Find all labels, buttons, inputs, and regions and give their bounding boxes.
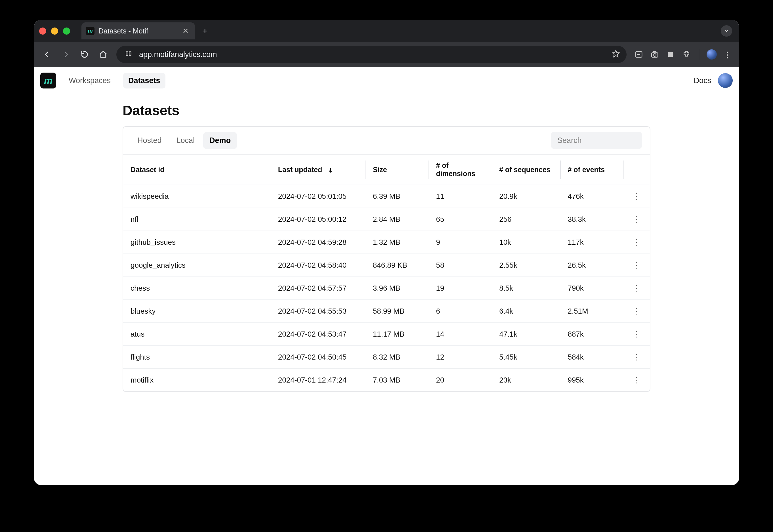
cell-id: flights bbox=[123, 346, 271, 369]
tabstrip-overflow-button[interactable] bbox=[721, 25, 732, 37]
cell-sequences: 2.55k bbox=[492, 254, 560, 277]
row-menu-button[interactable]: ⋮ bbox=[633, 307, 641, 315]
cell-dimensions: 6 bbox=[429, 300, 492, 323]
panel-toolbar: Hosted Local Demo bbox=[123, 127, 650, 154]
cell-events: 476k bbox=[560, 185, 624, 208]
table-row[interactable]: github_issues2024-07-02 04:59:281.32 MB9… bbox=[123, 231, 650, 254]
tab-local[interactable]: Local bbox=[170, 132, 201, 149]
tab-demo[interactable]: Demo bbox=[203, 132, 237, 149]
search-input[interactable] bbox=[551, 132, 642, 149]
cell-size: 846.89 KB bbox=[365, 254, 429, 277]
col-header-actions bbox=[624, 154, 650, 185]
tab-hosted[interactable]: Hosted bbox=[131, 132, 168, 149]
col-header-size[interactable]: Size bbox=[365, 154, 429, 185]
cell-id: wikispeedia bbox=[123, 185, 271, 208]
cell-id: github_issues bbox=[123, 231, 271, 254]
nav-forward-button[interactable] bbox=[60, 49, 71, 60]
cell-size: 2.84 MB bbox=[365, 208, 429, 231]
svg-point-5 bbox=[653, 54, 656, 56]
browser-tab[interactable]: m Datasets - Motif ✕ bbox=[81, 22, 195, 39]
cell-size: 7.03 MB bbox=[365, 369, 429, 391]
cell-size: 1.32 MB bbox=[365, 231, 429, 254]
table-row[interactable]: motiflix2024-07-01 12:47:247.03 MB2023k9… bbox=[123, 369, 650, 391]
extensions-icon[interactable] bbox=[682, 50, 691, 59]
table-row[interactable]: chess2024-07-02 04:57:573.96 MB198.5k790… bbox=[123, 277, 650, 300]
docs-link[interactable]: Docs bbox=[694, 76, 711, 85]
cell-actions: ⋮ bbox=[624, 323, 650, 346]
bookmark-star-icon[interactable] bbox=[612, 50, 620, 60]
traffic-lights bbox=[39, 28, 70, 35]
profile-avatar-icon[interactable] bbox=[707, 49, 717, 60]
cell-actions: ⋮ bbox=[624, 254, 650, 277]
cell-sequences: 8.5k bbox=[492, 277, 560, 300]
cell-events: 26.5k bbox=[560, 254, 624, 277]
cell-dimensions: 19 bbox=[429, 277, 492, 300]
cell-updated: 2024-07-02 04:50:45 bbox=[271, 346, 365, 369]
cell-sequences: 6.4k bbox=[492, 300, 560, 323]
cell-id: nfl bbox=[123, 208, 271, 231]
cell-updated: 2024-07-01 12:47:24 bbox=[271, 369, 365, 391]
cell-dimensions: 58 bbox=[429, 254, 492, 277]
table-header-row: Dataset id Last updated Size # of dimens… bbox=[123, 154, 650, 185]
table-row[interactable]: atus2024-07-02 04:53:4711.17 MB1447.1k88… bbox=[123, 323, 650, 346]
row-menu-button[interactable]: ⋮ bbox=[633, 192, 641, 200]
nav-home-button[interactable] bbox=[98, 49, 109, 60]
cell-dimensions: 11 bbox=[429, 185, 492, 208]
nav-reload-button[interactable] bbox=[79, 49, 90, 60]
cell-id: google_analytics bbox=[123, 254, 271, 277]
cell-dimensions: 20 bbox=[429, 369, 492, 391]
cell-updated: 2024-07-02 04:58:40 bbox=[271, 254, 365, 277]
cell-id: chess bbox=[123, 277, 271, 300]
user-avatar-icon[interactable] bbox=[718, 73, 733, 88]
col-header-events[interactable]: # of events bbox=[560, 154, 624, 185]
cell-dimensions: 12 bbox=[429, 346, 492, 369]
cell-actions: ⋮ bbox=[624, 277, 650, 300]
row-menu-button[interactable]: ⋮ bbox=[633, 330, 641, 338]
sort-desc-icon bbox=[327, 167, 334, 173]
row-menu-button[interactable]: ⋮ bbox=[633, 375, 641, 384]
window-minimize-button[interactable] bbox=[51, 28, 58, 35]
cell-dimensions: 14 bbox=[429, 323, 492, 346]
cell-sequences: 256 bbox=[492, 208, 560, 231]
toolbar-separator bbox=[699, 49, 699, 60]
cell-sequences: 10k bbox=[492, 231, 560, 254]
table-row[interactable]: google_analytics2024-07-02 04:58:40846.8… bbox=[123, 254, 650, 277]
row-menu-button[interactable]: ⋮ bbox=[633, 352, 641, 361]
browser-window: m Datasets - Motif ✕ + app.motifanalytic… bbox=[34, 20, 739, 485]
app-root: m Workspaces Datasets Docs Datasets Host… bbox=[34, 67, 739, 485]
nav-datasets[interactable]: Datasets bbox=[123, 73, 165, 88]
table-row[interactable]: wikispeedia2024-07-02 05:01:056.39 MB112… bbox=[123, 185, 650, 208]
nav-back-button[interactable] bbox=[41, 49, 53, 60]
cell-updated: 2024-07-02 05:01:05 bbox=[271, 185, 365, 208]
row-menu-button[interactable]: ⋮ bbox=[633, 261, 641, 269]
row-menu-button[interactable]: ⋮ bbox=[633, 215, 641, 223]
address-url: app.motifanalytics.com bbox=[139, 50, 217, 59]
col-header-sequences[interactable]: # of sequences bbox=[492, 154, 560, 185]
app-logo-icon[interactable]: m bbox=[40, 73, 56, 88]
new-tab-button[interactable]: + bbox=[200, 26, 210, 36]
col-header-dimensions[interactable]: # of dimensions bbox=[429, 154, 492, 185]
ext-camera-icon[interactable] bbox=[650, 50, 660, 59]
ext-generic-icon[interactable] bbox=[666, 50, 675, 59]
cell-dimensions: 65 bbox=[429, 208, 492, 231]
window-close-button[interactable] bbox=[39, 28, 46, 35]
cell-events: 584k bbox=[560, 346, 624, 369]
col-header-updated[interactable]: Last updated bbox=[271, 154, 365, 185]
row-menu-button[interactable]: ⋮ bbox=[633, 238, 641, 246]
svg-rect-1 bbox=[129, 52, 131, 56]
col-header-id[interactable]: Dataset id bbox=[123, 154, 271, 185]
datasets-panel: Hosted Local Demo Dataset id Last u bbox=[123, 126, 650, 392]
row-menu-button[interactable]: ⋮ bbox=[633, 284, 641, 292]
site-permissions-icon[interactable] bbox=[123, 50, 134, 59]
cell-id: motiflix bbox=[123, 369, 271, 391]
tab-close-icon[interactable]: ✕ bbox=[182, 27, 189, 35]
cell-actions: ⋮ bbox=[624, 300, 650, 323]
table-row[interactable]: flights2024-07-02 04:50:458.32 MB125.45k… bbox=[123, 346, 650, 369]
browser-menu-button[interactable]: ⋮ bbox=[723, 50, 732, 60]
table-row[interactable]: bluesky2024-07-02 04:55:5358.99 MB66.4k2… bbox=[123, 300, 650, 323]
ext-translate-icon[interactable] bbox=[634, 50, 644, 59]
nav-workspaces[interactable]: Workspaces bbox=[64, 73, 116, 88]
window-fullscreen-button[interactable] bbox=[63, 28, 70, 35]
address-bar[interactable]: app.motifanalytics.com bbox=[116, 46, 627, 63]
table-row[interactable]: nfl2024-07-02 05:00:122.84 MB6525638.3k⋮ bbox=[123, 208, 650, 231]
